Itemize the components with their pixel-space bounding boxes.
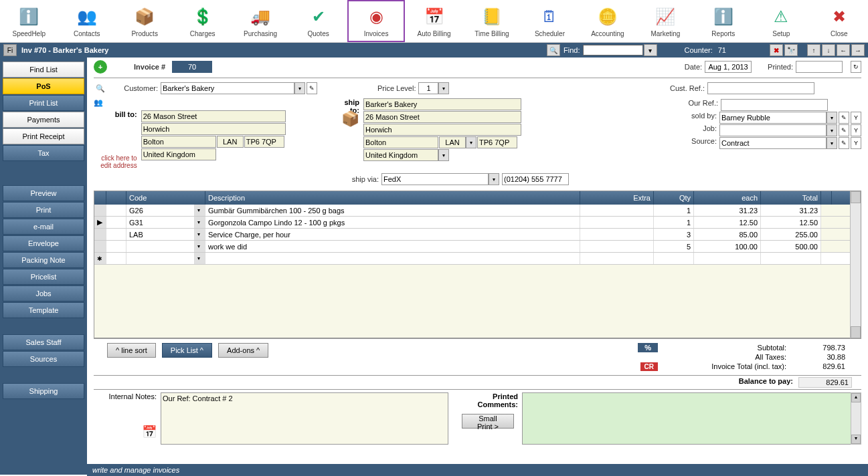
- binoculars-icon[interactable]: 🔭: [784, 44, 798, 56]
- col-qty[interactable]: Qty: [654, 191, 694, 205]
- ship-city[interactable]: [363, 124, 521, 136]
- sidebar-pos[interactable]: PoS: [3, 78, 84, 94]
- sidebar-pricelist[interactable]: Pricelist: [3, 269, 84, 285]
- up-button[interactable]: ↑: [807, 44, 820, 56]
- col-each[interactable]: each: [694, 191, 761, 205]
- toolbar-setup[interactable]: ⚠Setup: [752, 0, 810, 42]
- sidebar-shipping[interactable]: Shipping: [3, 383, 84, 399]
- pick-list-button[interactable]: Pick List ^: [162, 343, 212, 358]
- toolbar-charges[interactable]: 💲Charges: [173, 0, 231, 42]
- toolbar-scheduler[interactable]: 🗓Scheduler: [521, 0, 578, 42]
- cr-badge[interactable]: CR: [640, 362, 658, 371]
- refresh-icon[interactable]: ↻: [851, 61, 861, 73]
- toolbar-accounting[interactable]: 🪙Accounting: [579, 0, 636, 42]
- ship-street[interactable]: [363, 111, 521, 123]
- date-field[interactable]: [705, 61, 752, 73]
- sidebar-tax[interactable]: Tax: [3, 145, 84, 161]
- grid-scrollbar[interactable]: [850, 191, 861, 338]
- table-row[interactable]: G26▾Gumbär Gummibärchen 100 - 250 g bags…: [94, 205, 861, 217]
- calendar-icon[interactable]: 📅: [94, 425, 157, 439]
- source-filter-icon[interactable]: Y: [851, 137, 861, 149]
- internal-notes-field[interactable]: [161, 392, 448, 445]
- toolbar-time-billing[interactable]: 📒Time Billing: [463, 0, 521, 42]
- add-button[interactable]: +: [94, 60, 107, 74]
- ship-name[interactable]: [363, 98, 521, 110]
- table-row[interactable]: ▾work we did5100.00500.00: [94, 241, 861, 253]
- people-icon[interactable]: 👥: [94, 98, 103, 110]
- col-extra[interactable]: Extra: [580, 191, 654, 205]
- col-desc[interactable]: Description: [205, 191, 580, 205]
- bill-region[interactable]: [217, 136, 244, 148]
- sold-by-filter-icon[interactable]: Y: [851, 112, 861, 124]
- toolbar-contacts[interactable]: 👥Contacts: [58, 0, 115, 42]
- source-field[interactable]: [719, 137, 827, 149]
- toolbar-quotes[interactable]: ✔Quotes: [289, 0, 347, 42]
- our-ref-field[interactable]: [721, 99, 828, 111]
- bill-postcode[interactable]: [244, 136, 284, 148]
- toolbar-speedhelp[interactable]: ℹ️SpeedHelp: [0, 0, 58, 42]
- bill-street[interactable]: [141, 110, 286, 122]
- table-row[interactable]: LAB▾Service Charge, per hour385.00255.00: [94, 229, 861, 241]
- bill-city[interactable]: [141, 123, 286, 135]
- ship-postcode[interactable]: [477, 136, 517, 148]
- source-dropdown[interactable]: ▾: [827, 137, 837, 149]
- col-total[interactable]: Total: [761, 191, 821, 205]
- small-print-button[interactable]: Small Print >: [462, 414, 514, 429]
- sidebar-sales-staff[interactable]: Sales Staff: [3, 334, 84, 350]
- toolbar-close[interactable]: ✖Close: [810, 0, 868, 42]
- printed-comments-field[interactable]: [522, 392, 852, 445]
- source-edit-icon[interactable]: ✎: [839, 137, 849, 149]
- ship-town[interactable]: [363, 136, 438, 148]
- toolbar-marketing[interactable]: 📈Marketing: [636, 0, 694, 42]
- price-level-field[interactable]: [418, 82, 438, 94]
- sidebar-template[interactable]: Template: [3, 302, 84, 318]
- price-level-dropdown[interactable]: ▾: [438, 82, 449, 94]
- bill-country[interactable]: [141, 148, 216, 160]
- ship-via-dropdown[interactable]: ▾: [489, 173, 499, 185]
- sidebar-find-list[interactable]: Find List: [3, 62, 84, 78]
- sidebar-print-list[interactable]: Print List: [3, 95, 84, 111]
- job-edit-icon[interactable]: ✎: [839, 124, 849, 136]
- ship-country-dropdown[interactable]: ▾: [438, 149, 449, 161]
- sidebar-e-mail[interactable]: e-mail: [3, 219, 84, 235]
- toolbar-purchasing[interactable]: 🚚Purchasing: [232, 0, 289, 42]
- find-dropdown[interactable]: ▾: [644, 44, 657, 56]
- sidebar-print-receipt[interactable]: Print Receipt: [3, 128, 84, 144]
- sidebar-packing-note[interactable]: Packing Note: [3, 252, 84, 268]
- block-icon[interactable]: ✖: [770, 44, 783, 56]
- comments-scrollbar[interactable]: ▴ ▾: [851, 392, 861, 445]
- sold-by-edit-icon[interactable]: ✎: [839, 112, 849, 124]
- find-input[interactable]: [583, 45, 643, 55]
- job-field[interactable]: [719, 124, 827, 136]
- ship-region[interactable]: [439, 136, 466, 148]
- sidebar-payments[interactable]: Payments: [3, 112, 84, 128]
- sold-by-dropdown[interactable]: ▾: [827, 112, 837, 124]
- sold-by-field[interactable]: [719, 112, 827, 124]
- toolbar-reports[interactable]: ℹ️Reports: [695, 0, 752, 42]
- edit-address-hint[interactable]: click here to edit address: [94, 154, 137, 169]
- prev-button[interactable]: ←: [837, 44, 850, 56]
- fit-button[interactable]: Fi: [3, 44, 17, 56]
- ship-via-field[interactable]: [381, 173, 489, 185]
- job-filter-icon[interactable]: Y: [851, 124, 861, 136]
- printed-field[interactable]: [796, 61, 843, 73]
- col-code[interactable]: Code: [126, 191, 205, 205]
- addons-button[interactable]: Add-ons ^: [218, 343, 268, 358]
- line-sort-button[interactable]: ^ line sort: [107, 343, 156, 358]
- toolbar-invoices[interactable]: ◉Invoices: [347, 0, 405, 42]
- customer-edit-icon[interactable]: ✎: [307, 82, 317, 94]
- new-row[interactable]: ✱ ▾: [94, 253, 861, 265]
- next-button[interactable]: →: [851, 44, 865, 56]
- cust-ref-field[interactable]: [707, 82, 814, 94]
- sidebar-print[interactable]: Print: [3, 202, 84, 218]
- job-dropdown[interactable]: ▾: [827, 124, 837, 136]
- ship-country[interactable]: [363, 149, 438, 161]
- search-icon[interactable]: 🔍: [94, 84, 107, 93]
- toolbar-products[interactable]: 📦Products: [116, 0, 173, 42]
- search-icon[interactable]: 🔍: [547, 44, 560, 56]
- down-button[interactable]: ↓: [822, 44, 835, 56]
- toolbar-auto-billing[interactable]: 📅Auto Billing: [405, 0, 462, 42]
- sidebar-jobs[interactable]: Jobs: [3, 285, 84, 302]
- customer-dropdown[interactable]: ▾: [294, 82, 305, 94]
- percent-button[interactable]: %: [638, 343, 658, 352]
